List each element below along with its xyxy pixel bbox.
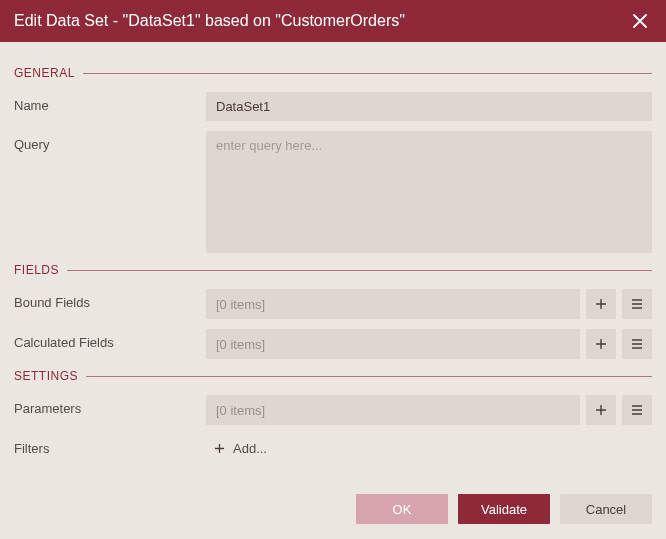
name-input[interactable] xyxy=(206,92,652,121)
dialog-footer: OK Validate Cancel xyxy=(0,479,666,539)
close-icon xyxy=(633,14,647,28)
parameters-menu-button[interactable] xyxy=(622,395,652,425)
query-label: Query xyxy=(14,131,206,152)
plus-icon xyxy=(595,404,607,416)
calculated-fields-items[interactable]: [0 items] xyxy=(206,329,580,359)
section-fields-label: FIELDS xyxy=(14,263,67,277)
section-divider xyxy=(83,73,652,74)
parameters-add-button[interactable] xyxy=(586,395,616,425)
menu-icon xyxy=(631,338,643,350)
close-button[interactable] xyxy=(628,9,652,33)
query-textarea[interactable] xyxy=(206,131,652,253)
bound-fields-items[interactable]: [0 items] xyxy=(206,289,580,319)
bound-fields-menu-button[interactable] xyxy=(622,289,652,319)
filters-label: Filters xyxy=(14,435,206,456)
ok-button[interactable]: OK xyxy=(356,494,448,524)
calculated-fields-label: Calculated Fields xyxy=(14,329,206,350)
plus-icon xyxy=(595,338,607,350)
plus-icon xyxy=(595,298,607,310)
section-divider xyxy=(67,270,652,271)
validate-button[interactable]: Validate xyxy=(458,494,550,524)
name-label: Name xyxy=(14,92,206,113)
titlebar: Edit Data Set - "DataSet1" based on "Cus… xyxy=(0,0,666,42)
filters-add-label: Add... xyxy=(233,441,267,456)
section-settings-label: SETTINGS xyxy=(14,369,86,383)
cancel-button[interactable]: Cancel xyxy=(560,494,652,524)
section-fields: FIELDS xyxy=(14,263,652,277)
bound-fields-label: Bound Fields xyxy=(14,289,206,310)
section-divider xyxy=(86,376,652,377)
menu-icon xyxy=(631,404,643,416)
plus-icon xyxy=(214,443,225,454)
section-settings: SETTINGS xyxy=(14,369,652,383)
section-general-label: GENERAL xyxy=(14,66,83,80)
bound-fields-add-button[interactable] xyxy=(586,289,616,319)
menu-icon xyxy=(631,298,643,310)
calculated-fields-add-button[interactable] xyxy=(586,329,616,359)
calculated-fields-menu-button[interactable] xyxy=(622,329,652,359)
dialog-title: Edit Data Set - "DataSet1" based on "Cus… xyxy=(14,12,628,30)
parameters-label: Parameters xyxy=(14,395,206,416)
filters-add-button[interactable]: Add... xyxy=(206,435,652,462)
section-general: GENERAL xyxy=(14,66,652,80)
parameters-items[interactable]: [0 items] xyxy=(206,395,580,425)
